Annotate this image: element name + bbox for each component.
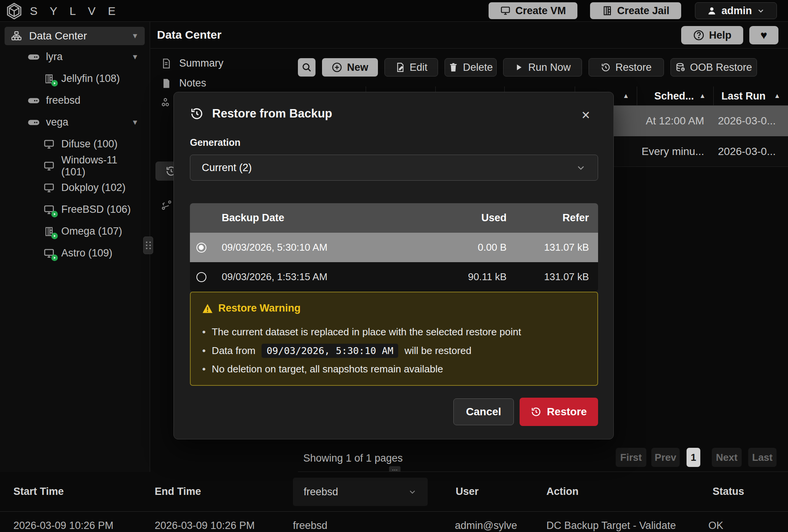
cluster-icon [161, 97, 172, 109]
cancel-button[interactable]: Cancel [453, 398, 514, 425]
run-now-button[interactable]: Run Now [503, 58, 582, 77]
heart-icon: ♥ [760, 29, 767, 42]
bullet-icon: • [202, 345, 206, 357]
warning-bullet-1: • The current dataset is replaced in pla… [202, 326, 521, 338]
caret-down-icon: ▼ [131, 32, 139, 40]
history-col-user: User [456, 486, 479, 498]
sidebar-item-lyra[interactable]: lyra ▼ [0, 46, 150, 68]
plus-circle-icon [332, 62, 342, 73]
history-col-start-time: Start Time [13, 486, 64, 498]
vm-icon [43, 182, 55, 194]
subnav-item-summary[interactable]: Summary [161, 57, 224, 69]
grip-dots-icon [146, 242, 151, 249]
history-col-end-time: End Time [155, 486, 201, 498]
backup-row[interactable]: 09/03/2026, 1:53:15 AM 90.11 kB 131.07 k… [190, 262, 598, 292]
sidebar-item-difuse[interactable]: Difuse (100) [0, 133, 150, 155]
sidebar-item-freebsd-node[interactable]: freebsd [0, 90, 150, 111]
file-text-icon [161, 58, 172, 69]
tree-label: Omega (107) [61, 225, 139, 237]
schedule-cell: At 12:00 AM [637, 106, 704, 136]
running-badge-icon [51, 80, 58, 86]
backup-row-selected[interactable]: 09/03/2026, 5:30:10 AM 0.00 B 131.07 kB [190, 233, 598, 262]
used-column-label: Used [414, 212, 507, 224]
node-filter-select[interactable]: freebsd [293, 478, 428, 506]
play-icon [514, 62, 523, 72]
create-jail-label: Create Jail [617, 5, 670, 17]
radio-selected[interactable] [190, 243, 213, 253]
generation-select[interactable]: Current (2) [190, 155, 598, 181]
favorite-button[interactable]: ♥ [749, 26, 778, 44]
restore-label: Restore [615, 62, 652, 73]
vm-icon [43, 204, 55, 215]
refer-cell: 131.07 kB [507, 271, 598, 283]
edit-button[interactable]: Edit [384, 58, 438, 77]
modal-header: Restore from Backup [190, 107, 332, 121]
run-now-label: Run Now [528, 62, 571, 73]
pagination-prev-button[interactable]: Prev [651, 448, 680, 467]
pagination-page-1-button[interactable]: 1 [687, 448, 700, 467]
route-icon [161, 199, 172, 211]
generation-label: Generation [190, 137, 240, 148]
close-icon[interactable]: ✕ [579, 108, 593, 122]
pagination-last-button[interactable]: Last [748, 448, 777, 467]
pagination-first-button[interactable]: First [616, 448, 646, 467]
tree-label: Astro (109) [61, 247, 139, 259]
tree-label: Difuse (100) [61, 138, 139, 150]
backup-date-cell: 09/03/2026, 5:30:10 AM [213, 242, 414, 253]
vm-icon [43, 139, 55, 150]
backup-date-column-label: Backup Date [213, 212, 414, 224]
warning-text: The current dataset is replaced in place… [212, 326, 521, 338]
warning-title-row: Restore Warning [202, 302, 301, 314]
sidebar-item-omega[interactable]: Omega (107) [0, 220, 150, 242]
caret-down-icon: ▼ [131, 53, 139, 61]
column-header-schedule[interactable]: Sched... ▲ [637, 86, 713, 106]
top-header: S Y L V E Create VM Create Jail admin [0, 0, 788, 22]
warning-bullet-3: • No deletion on target, all snapshots r… [202, 363, 443, 375]
subnav-item-cluster[interactable] [161, 97, 172, 109]
history-cell-user: admin@sylve [455, 520, 517, 532]
sidebar-item-vega[interactable]: vega ▼ [0, 111, 150, 133]
bullet-icon: • [202, 326, 206, 338]
sidebar-item-windows-11[interactable]: Windows-11 (101) [0, 155, 150, 177]
create-vm-button[interactable]: Create VM [489, 2, 577, 19]
new-label: New [347, 62, 368, 73]
restore-button[interactable]: Restore [589, 58, 664, 77]
pagination-next-button[interactable]: Next [712, 448, 742, 467]
sidebar-item-dokploy[interactable]: Dokploy (102) [0, 177, 150, 199]
chevron-down-icon [757, 7, 765, 15]
help-label: Help [709, 29, 732, 41]
help-button[interactable]: Help [681, 26, 743, 44]
running-badge-icon [51, 233, 58, 239]
sidebar-item-jellyfin[interactable]: Jellyfin (108) [0, 68, 150, 90]
bullet-icon: • [202, 363, 206, 375]
vm-icon [43, 248, 55, 259]
subnav-item-route[interactable] [161, 199, 172, 211]
database-icon [675, 62, 685, 73]
delete-button[interactable]: Delete [445, 58, 497, 77]
tree-label: freebsd [46, 95, 139, 106]
delete-label: Delete [463, 62, 493, 73]
search-button[interactable] [298, 58, 316, 77]
history-cell-action: DC Backup Target - Validate [546, 520, 676, 532]
page-title: Data Center [157, 28, 221, 41]
search-icon [301, 62, 312, 73]
modal-restore-button[interactable]: Restore [520, 398, 598, 426]
sidebar-item-data-center[interactable]: Data Center ▼ [5, 27, 145, 45]
sidebar-item-freebsd-vm[interactable]: FreeBSD (106) [0, 199, 150, 220]
subnav-item-notes[interactable]: Notes [161, 77, 206, 89]
create-jail-button[interactable]: Create Jail [590, 2, 681, 19]
user-menu-button[interactable]: admin [695, 2, 777, 19]
warning-text: will be restored [404, 345, 471, 357]
radio-unselected[interactable] [190, 272, 213, 282]
oob-restore-button[interactable]: OOB Restore [670, 58, 757, 77]
generation-value: Current (2) [202, 162, 575, 174]
sidebar-item-astro[interactable]: Astro (109) [0, 242, 150, 264]
chevron-down-icon [575, 162, 586, 173]
divider [0, 511, 788, 512]
brand-name: S Y L V E [30, 5, 120, 18]
column-header-last-run[interactable]: Last Run ▲ [713, 86, 788, 106]
sidebar-resize-handle[interactable] [143, 237, 153, 254]
new-button[interactable]: New [322, 58, 378, 77]
refer-column-label: Refer [507, 212, 598, 224]
restore-warning-box: Restore Warning • The current dataset is… [190, 292, 598, 386]
